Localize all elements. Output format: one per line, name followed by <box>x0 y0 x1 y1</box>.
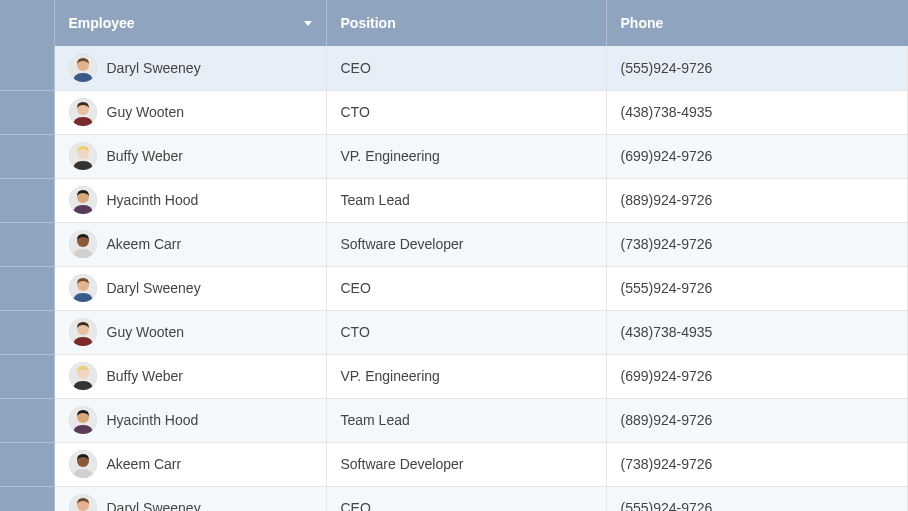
grid-scroll-container[interactable]: Employee Position Phone <box>0 0 908 511</box>
cell-position: CEO <box>326 266 606 310</box>
table-row[interactable]: Daryl Sweeney CEO (555)924-9726 <box>0 266 908 310</box>
row-header-cell[interactable] <box>0 134 54 178</box>
avatar <box>69 406 97 434</box>
cell-employee: Buffy Weber <box>54 134 326 178</box>
row-header-cell[interactable] <box>0 178 54 222</box>
phone-text: (699)924-9726 <box>621 148 713 164</box>
table-row[interactable]: Daryl Sweeney CEO (555)924-9726 <box>0 46 908 90</box>
cell-employee: Akeem Carr <box>54 442 326 486</box>
phone-text: (555)924-9726 <box>621 280 713 296</box>
position-text: CTO <box>341 104 370 120</box>
phone-text: (738)924-9726 <box>621 456 713 472</box>
cell-phone: (438)738-4935 <box>606 90 908 134</box>
table-row[interactable]: Guy Wooten CTO (438)738-4935 <box>0 90 908 134</box>
cell-employee: Buffy Weber <box>54 354 326 398</box>
cell-position: Software Developer <box>326 442 606 486</box>
cell-employee: Hyacinth Hood <box>54 178 326 222</box>
header-row: Employee Position Phone <box>0 0 908 46</box>
phone-text: (889)924-9726 <box>621 412 713 428</box>
employee-name: Buffy Weber <box>107 368 184 384</box>
employee-name: Daryl Sweeney <box>107 60 201 76</box>
row-header-cell[interactable] <box>0 442 54 486</box>
table-row[interactable]: Daryl Sweeney CEO (555)924-9726 <box>0 486 908 511</box>
phone-text: (889)924-9726 <box>621 192 713 208</box>
cell-phone: (555)924-9726 <box>606 266 908 310</box>
avatar <box>69 98 97 126</box>
cell-phone: (699)924-9726 <box>606 354 908 398</box>
phone-text: (555)924-9726 <box>621 500 713 511</box>
employee-name: Buffy Weber <box>107 148 184 164</box>
avatar <box>69 362 97 390</box>
employee-name: Hyacinth Hood <box>107 192 199 208</box>
table-row[interactable]: Hyacinth Hood Team Lead (889)924-9726 <box>0 178 908 222</box>
cell-position: CEO <box>326 46 606 90</box>
column-header-phone[interactable]: Phone <box>606 0 908 46</box>
row-header-cell[interactable] <box>0 222 54 266</box>
cell-employee: Daryl Sweeney <box>54 46 326 90</box>
cell-phone: (889)924-9726 <box>606 178 908 222</box>
row-header-cell[interactable] <box>0 90 54 134</box>
column-label: Position <box>341 15 396 31</box>
phone-text: (699)924-9726 <box>621 368 713 384</box>
position-text: Software Developer <box>341 456 464 472</box>
row-header-cell[interactable] <box>0 398 54 442</box>
cell-phone: (699)924-9726 <box>606 134 908 178</box>
table-row[interactable]: Guy Wooten CTO (438)738-4935 <box>0 310 908 354</box>
position-text: VP. Engineering <box>341 148 440 164</box>
cell-phone: (555)924-9726 <box>606 486 908 511</box>
row-header-cell[interactable] <box>0 46 54 90</box>
cell-phone: (889)924-9726 <box>606 398 908 442</box>
table-row[interactable]: Hyacinth Hood Team Lead (889)924-9726 <box>0 398 908 442</box>
avatar <box>69 318 97 346</box>
row-header-cell[interactable] <box>0 486 54 511</box>
column-label: Employee <box>69 15 135 31</box>
position-text: Team Lead <box>341 412 410 428</box>
sort-desc-icon <box>304 21 312 26</box>
avatar <box>69 450 97 478</box>
position-text: Software Developer <box>341 236 464 252</box>
avatar <box>69 230 97 258</box>
position-text: Team Lead <box>341 192 410 208</box>
cell-position: CEO <box>326 486 606 511</box>
avatar <box>69 186 97 214</box>
phone-text: (738)924-9726 <box>621 236 713 252</box>
cell-employee: Daryl Sweeney <box>54 486 326 511</box>
position-text: CEO <box>341 280 371 296</box>
column-header-position[interactable]: Position <box>326 0 606 46</box>
row-header-cell[interactable] <box>0 266 54 310</box>
employee-name: Guy Wooten <box>107 104 185 120</box>
phone-text: (555)924-9726 <box>621 60 713 76</box>
cell-position: Team Lead <box>326 398 606 442</box>
cell-employee: Guy Wooten <box>54 90 326 134</box>
avatar <box>69 494 97 511</box>
cell-position: VP. Engineering <box>326 134 606 178</box>
employee-name: Hyacinth Hood <box>107 412 199 428</box>
cell-position: Team Lead <box>326 178 606 222</box>
employee-grid: Employee Position Phone <box>0 0 908 511</box>
column-header-employee[interactable]: Employee <box>54 0 326 46</box>
phone-text: (438)738-4935 <box>621 104 713 120</box>
cell-phone: (738)924-9726 <box>606 222 908 266</box>
cell-position: CTO <box>326 310 606 354</box>
avatar <box>69 274 97 302</box>
row-header-cell[interactable] <box>0 310 54 354</box>
row-header-gutter <box>0 0 54 46</box>
cell-position: Software Developer <box>326 222 606 266</box>
cell-phone: (738)924-9726 <box>606 442 908 486</box>
column-label: Phone <box>621 15 664 31</box>
table-row[interactable]: Buffy Weber VP. Engineering (699)924-972… <box>0 134 908 178</box>
position-text: CEO <box>341 500 371 511</box>
cell-employee: Hyacinth Hood <box>54 398 326 442</box>
employee-name: Akeem Carr <box>107 236 182 252</box>
table-row[interactable]: Buffy Weber VP. Engineering (699)924-972… <box>0 354 908 398</box>
phone-text: (438)738-4935 <box>621 324 713 340</box>
employee-name: Daryl Sweeney <box>107 280 201 296</box>
cell-employee: Daryl Sweeney <box>54 266 326 310</box>
table-row[interactable]: Akeem Carr Software Developer (738)924-9… <box>0 442 908 486</box>
row-header-cell[interactable] <box>0 354 54 398</box>
employee-name: Guy Wooten <box>107 324 185 340</box>
cell-position: VP. Engineering <box>326 354 606 398</box>
table-row[interactable]: Akeem Carr Software Developer (738)924-9… <box>0 222 908 266</box>
employee-name: Daryl Sweeney <box>107 500 201 511</box>
avatar <box>69 142 97 170</box>
